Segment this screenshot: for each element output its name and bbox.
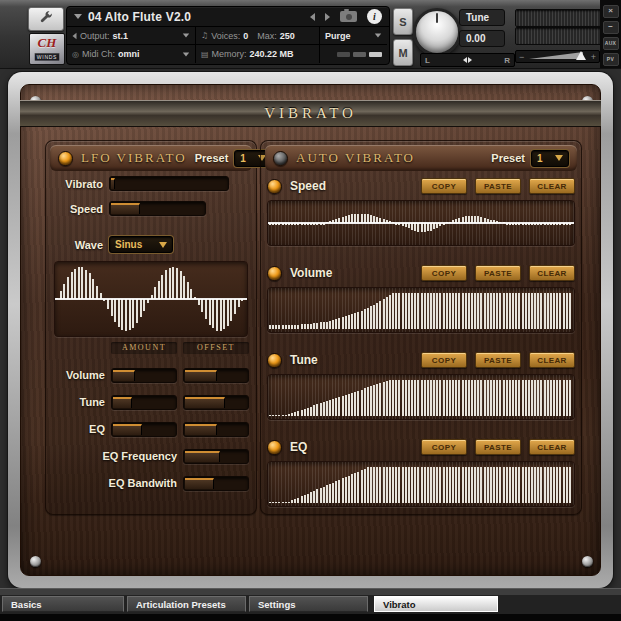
table-bar bbox=[205, 299, 207, 319]
table-bar bbox=[490, 380, 492, 416]
table-bar bbox=[81, 267, 83, 299]
table-bar bbox=[487, 467, 489, 503]
table-bar bbox=[125, 299, 127, 331]
table-bar bbox=[389, 380, 391, 416]
speed-led[interactable] bbox=[267, 179, 282, 194]
eq-amount-slider[interactable] bbox=[111, 422, 177, 437]
memory-icon: ▤ bbox=[201, 50, 209, 59]
chevron-down-icon bbox=[555, 155, 563, 161]
paste-button[interactable]: PASTE bbox=[475, 265, 521, 281]
table-bar bbox=[383, 382, 385, 416]
snapshot-camera-icon[interactable] bbox=[340, 11, 357, 22]
table-bar bbox=[269, 502, 271, 503]
copy-button[interactable]: COPY bbox=[421, 265, 467, 281]
table-bar bbox=[158, 281, 160, 299]
auto-power-led[interactable] bbox=[273, 151, 288, 166]
speed-table[interactable] bbox=[267, 200, 575, 246]
edit-instrument-button[interactable] bbox=[28, 7, 64, 31]
solo-button[interactable]: S bbox=[393, 8, 413, 35]
tune-led[interactable] bbox=[267, 353, 282, 368]
table-bar bbox=[439, 467, 441, 503]
table-bar bbox=[154, 287, 156, 299]
table-bar bbox=[493, 467, 495, 503]
previous-instrument-icon[interactable] bbox=[310, 13, 315, 21]
tab-articulation-presets[interactable]: Articulation Presets bbox=[127, 596, 246, 612]
table-bar bbox=[499, 380, 501, 416]
table-bar bbox=[342, 317, 344, 329]
paste-button[interactable]: PASTE bbox=[475, 352, 521, 368]
tune-amount-slider[interactable] bbox=[111, 395, 177, 410]
auto-preset-dropdown[interactable]: 1 bbox=[531, 150, 569, 167]
mute-button[interactable]: M bbox=[393, 39, 413, 66]
copy-button[interactable]: COPY bbox=[421, 352, 467, 368]
purge-cell[interactable]: Purge bbox=[320, 27, 387, 45]
tab-basics[interactable]: Basics bbox=[2, 596, 124, 612]
eq-led[interactable] bbox=[267, 440, 282, 455]
midi-dropdown-icon[interactable] bbox=[183, 52, 189, 56]
pan-center-handle[interactable] bbox=[463, 57, 472, 63]
table-bar bbox=[335, 481, 337, 503]
auto-vibrato-section-volume: VolumeCOPYPASTECLEAR bbox=[267, 262, 575, 333]
output-dropdown-icon[interactable] bbox=[183, 34, 189, 38]
table-bar bbox=[405, 380, 407, 416]
clear-button[interactable]: CLEAR bbox=[529, 178, 575, 194]
copy-button[interactable]: COPY bbox=[421, 178, 467, 194]
output-cell[interactable]: Output: st.1 bbox=[67, 27, 196, 45]
volume-led[interactable] bbox=[267, 266, 282, 281]
volume-row-label: Volume bbox=[48, 369, 105, 381]
pv-button[interactable]: PV bbox=[603, 53, 619, 66]
copy-button[interactable]: COPY bbox=[421, 439, 467, 455]
lfo-speed-slider[interactable] bbox=[109, 201, 206, 216]
eq-table[interactable] bbox=[267, 461, 575, 507]
paste-button[interactable]: PASTE bbox=[475, 439, 521, 455]
clear-button[interactable]: CLEAR bbox=[529, 352, 575, 368]
volume-slider[interactable]: − + bbox=[515, 50, 600, 63]
table-bar bbox=[78, 267, 80, 299]
lfo-power-led[interactable] bbox=[58, 151, 73, 166]
table-bar bbox=[433, 223, 435, 229]
table-bar bbox=[367, 387, 369, 416]
tune-table[interactable] bbox=[267, 374, 575, 420]
tab-vibrato[interactable]: Vibrato bbox=[374, 596, 498, 612]
tab-settings[interactable]: Settings bbox=[249, 596, 368, 612]
eq-bandwith-offset-slider[interactable] bbox=[183, 476, 249, 491]
table-bar bbox=[326, 485, 328, 503]
table-bar bbox=[559, 467, 561, 503]
table-bar bbox=[220, 299, 222, 331]
table-bar bbox=[361, 390, 363, 416]
clear-button[interactable]: CLEAR bbox=[529, 439, 575, 455]
purge-dropdown-icon[interactable] bbox=[375, 34, 381, 38]
table-bar bbox=[379, 383, 381, 416]
table-bar bbox=[424, 380, 426, 416]
table-bar bbox=[373, 305, 375, 329]
table-bar bbox=[198, 299, 200, 305]
volume-handle[interactable] bbox=[576, 51, 586, 60]
eq-frequency-offset-slider[interactable] bbox=[183, 449, 249, 464]
aux-button[interactable]: AUX bbox=[603, 37, 619, 50]
pan-slider[interactable]: L R bbox=[420, 53, 515, 67]
volume-amount-slider[interactable] bbox=[111, 368, 177, 383]
table-bar bbox=[89, 273, 91, 299]
eq-offset-slider[interactable] bbox=[183, 422, 249, 437]
tune-offset-slider[interactable] bbox=[183, 395, 249, 410]
clear-button[interactable]: CLEAR bbox=[529, 265, 575, 281]
table-bar bbox=[474, 467, 476, 503]
volume-table[interactable] bbox=[267, 287, 575, 333]
midi-cell[interactable]: ◎ Midi Ch: omni bbox=[67, 45, 196, 63]
table-bar bbox=[563, 380, 565, 416]
table-bar bbox=[556, 467, 558, 503]
close-icon[interactable]: × bbox=[603, 5, 619, 18]
instrument-menu-icon[interactable] bbox=[74, 14, 82, 19]
volume-offset-slider[interactable] bbox=[183, 368, 249, 383]
minimize-icon[interactable]: − bbox=[603, 21, 619, 34]
info-icon[interactable]: i bbox=[367, 9, 382, 24]
vibrato-slider[interactable] bbox=[109, 176, 229, 191]
next-instrument-icon[interactable] bbox=[325, 13, 330, 21]
wave-dropdown[interactable]: Sinus bbox=[109, 236, 173, 253]
tune-value-box[interactable]: 0.00 bbox=[459, 30, 505, 47]
table-bar bbox=[307, 408, 309, 416]
tune-knob[interactable] bbox=[413, 8, 461, 56]
table-bar bbox=[96, 286, 98, 299]
table-bar bbox=[540, 380, 542, 416]
paste-button[interactable]: PASTE bbox=[475, 178, 521, 194]
